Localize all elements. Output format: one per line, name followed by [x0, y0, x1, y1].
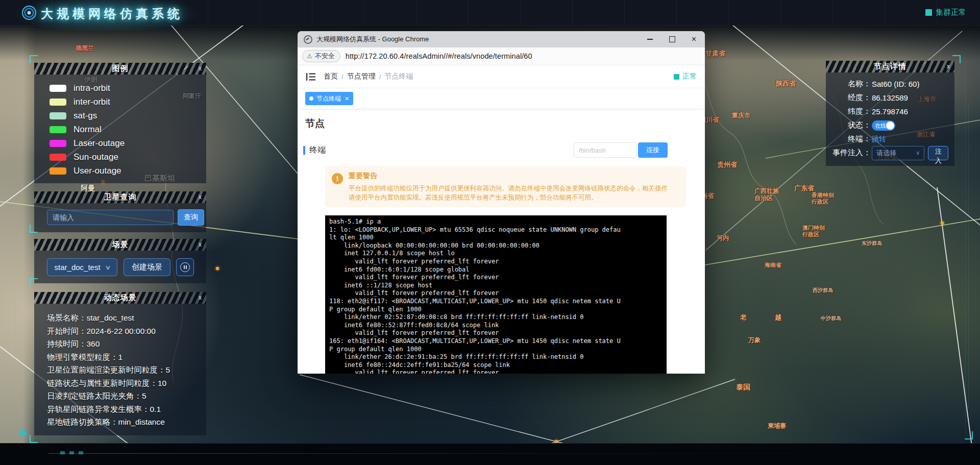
- legend-swatch: [50, 85, 66, 92]
- chrome-url-bar[interactable]: ⚠ 不安全 http://172.20.60.4/realsAdmin//#/r…: [298, 47, 705, 65]
- create-scene-button[interactable]: 创建场景: [124, 258, 170, 276]
- legend-item-label: Sun-outage: [74, 152, 118, 162]
- node-terminal-link[interactable]: 跳转: [872, 135, 886, 144]
- toggle-knob: [886, 121, 894, 130]
- legend-item: intra-orbit: [50, 81, 206, 95]
- dynamic-scene-row: 日凌判定链路太阳光夹角：5: [47, 389, 206, 403]
- window-maximize-button[interactable]: [661, 31, 683, 47]
- bottom-dash: [60, 451, 65, 454]
- window-minimize-button[interactable]: [639, 31, 661, 47]
- scene-select-dropdown[interactable]: star_doc_test ∨: [47, 258, 117, 276]
- node-status-label: 状态：: [830, 120, 871, 130]
- tab-node-terminal[interactable]: 节点终端 ✕: [305, 92, 353, 105]
- legend-title: 图例: [112, 64, 129, 74]
- legend-swatch: [50, 99, 66, 106]
- cluster-status-icon: [925, 9, 932, 16]
- satellite-search-button[interactable]: 查询: [178, 209, 204, 226]
- satellite-marker[interactable]: [216, 267, 219, 270]
- legend-item-label: sat-gs: [74, 111, 97, 121]
- bottom-dash: [69, 451, 74, 454]
- breadcrumb-node-management[interactable]: 节点管理: [347, 72, 376, 81]
- event-select-dropdown[interactable]: 请选择 ∨: [872, 146, 924, 160]
- satellite-search-input[interactable]: [47, 210, 174, 225]
- node-status-toggle[interactable]: 在线: [872, 120, 895, 131]
- node-details-close-icon[interactable]: x: [947, 62, 950, 70]
- url-text[interactable]: http://172.20.60.4/realsAdmin//#/reals/v…: [346, 52, 532, 60]
- legend-swatch: [50, 126, 66, 133]
- node-latitude-label: 纬度：: [830, 107, 871, 116]
- node-latitude-value: 25.798746: [872, 107, 908, 116]
- terminal-section-title: 终端: [309, 145, 326, 156]
- pause-icon: [180, 262, 190, 272]
- alert-exclamation-icon: !: [332, 173, 343, 184]
- chrome-window-title: 大规模网络仿真系统 - Google Chrome: [316, 35, 429, 44]
- node-details-panel: 节点详情 x 名称： Sat60 (ID: 60) 经度： 86.132589 …: [826, 61, 954, 166]
- legend-item: Laser-outage: [50, 136, 206, 150]
- terminal-text: bash-5.1# ip a 1: lo: <LOOPBACK,UP,LOWER…: [329, 218, 667, 374]
- shell-path-input[interactable]: [574, 142, 637, 158]
- legend-swatch: [50, 112, 66, 119]
- chrome-favicon-icon: [304, 35, 312, 44]
- app-title: 大规模网络仿真系统: [41, 6, 183, 22]
- dynamic-scene-panel: 动态场景 x 场景名称：star_doc_test开始时间：2024-6-22 …: [34, 292, 206, 435]
- legend-close-icon[interactable]: x: [199, 64, 202, 72]
- frame-edge-left: [15, 51, 16, 408]
- dynamic-scene-title: 动态场景: [104, 293, 137, 303]
- dynamic-scene-row: 持续时间：360: [47, 337, 206, 351]
- connect-button[interactable]: 连接: [638, 142, 668, 158]
- event-select-placeholder: 请选择: [876, 149, 896, 158]
- legend-swatch: [50, 140, 66, 147]
- node-longitude-label: 经度：: [830, 93, 871, 103]
- legend-item-label: Normal: [74, 125, 102, 135]
- breadcrumb-node-terminal: 节点终端: [384, 72, 413, 81]
- chrome-title-bar[interactable]: 大规模网络仿真系统 - Google Chrome ×: [298, 31, 705, 47]
- legend-item: sat-gs: [50, 109, 206, 123]
- legend-item-label: inter-orbit: [74, 97, 110, 107]
- node-latitude-row: 纬度： 25.798746: [830, 105, 948, 118]
- corner-bracket: [965, 431, 973, 439]
- breadcrumb-row: 首页 / 节点管理 / 节点终端 正常: [298, 65, 705, 88]
- app-logo-icon: [21, 5, 37, 20]
- warning-text-line1: 平台提供的终端功能仅用于为用户提供更便利容器访问。请勿在终端中使用会改变网络链路…: [349, 184, 679, 193]
- satellite-marker[interactable]: [941, 222, 944, 225]
- status-square-icon: [674, 74, 679, 80]
- breadcrumb-home[interactable]: 首页: [324, 72, 338, 81]
- page-status-label: 正常: [682, 72, 697, 81]
- scene-panel: 场景 x star_doc_test ∨ 创建场景: [34, 239, 206, 283]
- satellite-query-close-icon[interactable]: x: [199, 193, 202, 201]
- security-badge[interactable]: ⚠ 不安全: [302, 50, 340, 62]
- legend-item-label: Laser-outage: [74, 138, 125, 149]
- dynamic-scene-close-icon[interactable]: x: [199, 293, 202, 302]
- window-close-button[interactable]: ×: [683, 31, 705, 47]
- legend-item: Sun-outage: [50, 150, 206, 164]
- close-icon: ×: [692, 35, 696, 43]
- dynamic-scene-row: 开始时间：2024-6-22 00:00:00: [47, 325, 206, 338]
- inject-button[interactable]: 注入: [928, 146, 948, 160]
- terminal-output[interactable]: bash-5.1# ip a 1: lo: <LOOPBACK,UP,LOWER…: [325, 215, 667, 374]
- sidebar-fold-icon[interactable]: [306, 73, 315, 81]
- warning-alert: ! 重要警告 平台提供的终端功能仅用于为用户提供更便利容器访问。请勿在终端中使用…: [325, 166, 686, 207]
- dynamic-scene-rows: 场景名称：star_doc_test开始时间：2024-6-22 00:00:0…: [34, 304, 206, 435]
- breadcrumb-separator: /: [341, 73, 344, 81]
- bottom-dash: [79, 451, 83, 454]
- cluster-status-label: 集群正常: [936, 8, 966, 17]
- scene-close-icon[interactable]: x: [199, 240, 202, 249]
- node-terminal-row: 终端： 跳转: [830, 132, 948, 146]
- node-status-toggle-text: 在线: [875, 122, 886, 130]
- section-accent-bar: [303, 146, 305, 155]
- warning-triangle-icon: ⚠: [307, 53, 312, 60]
- pause-scene-button[interactable]: [176, 258, 194, 276]
- legend-item: inter-orbit: [50, 95, 206, 109]
- satellite-query-title: 卫星查询: [104, 192, 137, 202]
- legend-swatch: [50, 154, 66, 161]
- scene-select-value: star_doc_test: [55, 263, 101, 272]
- top-header: 大规模网络仿真系统 集群正常: [0, 0, 980, 26]
- dynamic-scene-row: 链路状态与属性更新时间粒度：10: [47, 377, 206, 390]
- warning-text-line2: 请使用平台内置功能实现。若违反使用规范平台将产生未预期行为，部分功能将不可用。: [349, 193, 679, 202]
- tab-close-icon[interactable]: ✕: [345, 95, 349, 102]
- legend-title-bar: 图例 x: [34, 63, 206, 75]
- warning-title: 重要警告: [349, 172, 679, 181]
- terminal-section-row: 终端 连接: [303, 142, 699, 158]
- maximize-icon: [669, 36, 675, 42]
- scene-title-bar: 场景 x: [34, 239, 206, 251]
